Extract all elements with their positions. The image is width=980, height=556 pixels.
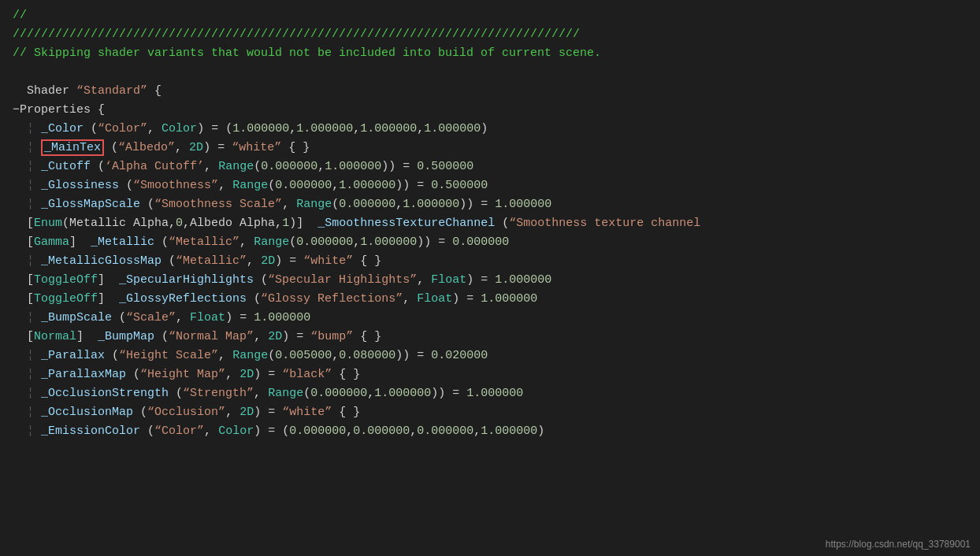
code-line-23: ¦ _EmissionColor (“Color”, Color) = (0.0… xyxy=(0,422,980,441)
code-line-3: // Skipping shader variants that would n… xyxy=(0,44,980,63)
code-line-7: ¦ _Color (“Color”, Color) = (1.000000,1.… xyxy=(0,120,980,139)
code-line-12: [Enum(Metallic Alpha,0,Albedo Alpha,1)] … xyxy=(0,214,980,233)
code-line-10: ¦ _Glossiness (“Smoothness”, Range(0.000… xyxy=(0,176,980,195)
code-line-16: [ToggleOff] _GlossyReflections (“Glossy … xyxy=(0,290,980,309)
code-line-17: ¦ _BumpScale (“Scale”, Float) = 1.000000 xyxy=(0,309,980,328)
code-line-21: ¦ _OcclusionStrength (“Strength”, Range(… xyxy=(0,384,980,403)
code-line-8: ¦ _MainTex (“Albedo”, 2D) = “white” { } xyxy=(0,139,980,158)
code-line-6: −Properties { xyxy=(0,101,980,120)
code-line-13: [Gamma] _Metallic (“Metallic”, Range(0.0… xyxy=(0,233,980,252)
code-line-1: // xyxy=(0,6,980,25)
code-line-19: ¦ _Parallax (“Height Scale”, Range(0.005… xyxy=(0,347,980,365)
maintex-highlight: _MainTex xyxy=(41,139,104,156)
code-line-11: ¦ _GlossMapScale (“Smoothness Scale”, Ra… xyxy=(0,195,980,214)
code-line-5: Shader “Standard” { xyxy=(0,82,980,101)
code-line-2: ////////////////////////////////////////… xyxy=(0,25,980,44)
code-line-14: ¦ _MetallicGlossMap (“Metallic”, 2D) = “… xyxy=(0,252,980,271)
code-line-9: ¦ _Cutoff (‘Alpha Cutoff’, Range(0.00000… xyxy=(0,158,980,176)
code-line-22: ¦ _OcclusionMap (“Occlusion”, 2D) = “whi… xyxy=(0,403,980,422)
code-container: // /////////////////////////////////////… xyxy=(0,0,980,556)
code-line-18: [Normal] _BumpMap (“Normal Map”, 2D) = “… xyxy=(0,328,980,347)
watermark: https://blog.csdn.net/qq_33789001 xyxy=(826,539,971,550)
code-line-20: ¦ _ParallaxMap (“Height Map”, 2D) = “bla… xyxy=(0,365,980,384)
code-line-4 xyxy=(0,63,980,82)
code-line-15: [ToggleOff] _SpecularHighlights (“Specul… xyxy=(0,271,980,290)
